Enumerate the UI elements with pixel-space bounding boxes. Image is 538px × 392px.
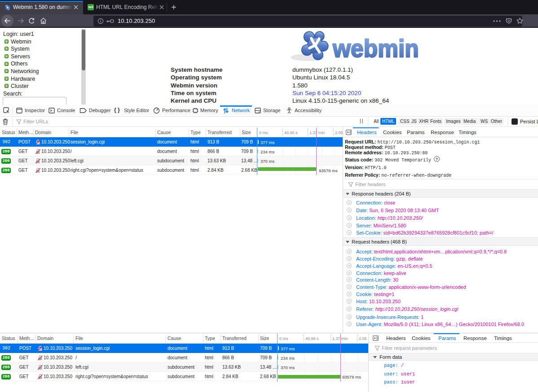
svg-text:webmin: webmin (332, 34, 419, 62)
